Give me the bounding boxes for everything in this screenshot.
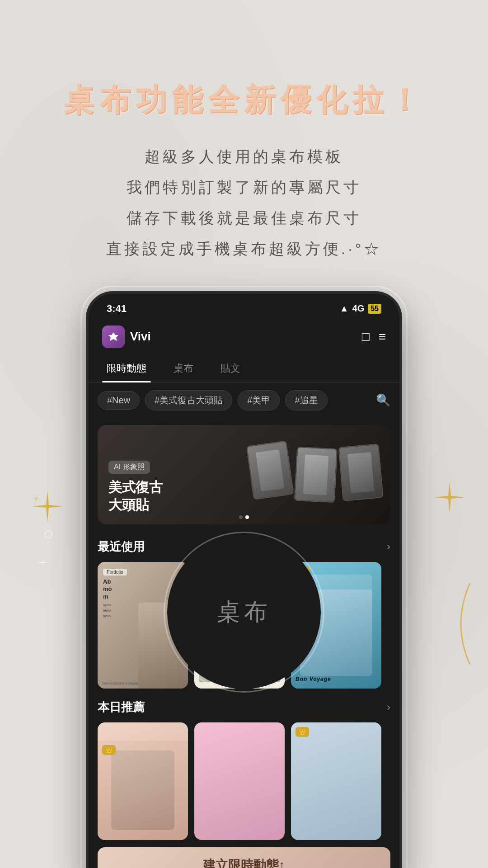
overlay-circle-border (164, 532, 324, 693)
banner-title: 美式復古大頭貼 (108, 478, 163, 514)
banner-dots (239, 515, 249, 519)
banner-badge: AI 形象照 (108, 461, 150, 474)
subtitle-line-4: 直接設定成手機桌布超級方便.·°☆ (63, 233, 425, 264)
banner-text: AI 形象照 美式復古大頭貼 (108, 461, 163, 514)
today-card-1[interactable]: 👑 (98, 722, 188, 840)
hashtag-row: #New #美式復古大頭貼 #美甲 #追星 🔍 (89, 383, 399, 418)
bottom-banner-card[interactable]: 建立限時動態↑ (98, 847, 390, 868)
tab-posts[interactable]: 貼文 (216, 354, 245, 382)
today-more-button[interactable]: › (387, 701, 390, 713)
dots-decoration (43, 529, 54, 542)
today-header: 本日推薦 › (98, 699, 390, 715)
signal-type: 4G (352, 303, 365, 314)
status-right: ▲ 4G 55 (340, 303, 381, 314)
subtitle-block: 超級多人使用的桌布模板 我們特別訂製了新的專屬尺寸 儲存下載後就是最佳桌布尺寸 … (63, 141, 425, 264)
photo-cards (250, 448, 390, 502)
sparkle-left-icon (29, 488, 66, 526)
phone-mockup: 3:41 ▲ 4G 55 Vivi □ ≡ (86, 291, 402, 868)
tab-wallpaper[interactable]: 桌布 (169, 354, 198, 382)
page-container: 桌布功能全新優化拉！ 超級多人使用的桌布模板 我們特別訂製了新的專屬尺寸 儲存下… (0, 0, 488, 868)
title-section: 桌布功能全新優化拉！ 超級多人使用的桌布模板 我們特別訂製了新的專屬尺寸 儲存下… (63, 81, 425, 264)
banner-section: AI 形象照 美式復古大頭貼 (89, 418, 399, 532)
photo-card-1 (246, 440, 294, 500)
today-section: 本日推薦 › 👑 (89, 696, 399, 847)
overlay-circle: 桌布 (167, 535, 321, 689)
battery-badge: 55 (368, 304, 381, 314)
bottom-banner: 建立限時動態↑ (89, 847, 399, 868)
banner-dot-1 (239, 515, 243, 519)
sparkle-small-left-icon (36, 556, 50, 571)
today-cards-row: 👑 👑 (98, 722, 390, 840)
hashtag-idol[interactable]: #追星 (285, 390, 327, 410)
subtitle-line-2: 我們特別訂製了新的專屬尺寸 (63, 172, 425, 203)
main-title: 桌布功能全新優化拉！ (63, 81, 425, 118)
photo-card-3 (338, 443, 384, 501)
today-card-3[interactable]: 👑 (291, 722, 381, 840)
tab-bar: 限時動態 桌布 貼文 (89, 354, 399, 383)
status-time: 3:41 (107, 303, 127, 315)
header-icons: □ ≡ (362, 330, 386, 344)
menu-icon[interactable]: ≡ (379, 330, 386, 344)
hashtag-retro[interactable]: #美式復古大頭貼 (145, 390, 232, 410)
tab-stories[interactable]: 限時動態 (102, 354, 151, 382)
app-logo (102, 326, 125, 348)
svg-point-0 (45, 531, 52, 538)
recent-title: 最近使用 (98, 539, 145, 555)
banner-dot-2 (245, 515, 249, 519)
hashtag-nail[interactable]: #美甲 (238, 390, 280, 410)
app-header: Vivi □ ≡ (89, 319, 399, 354)
status-bar: 3:41 ▲ 4G 55 (89, 294, 399, 319)
subtitle-line-3: 儲存下載後就是最佳桌布尺寸 (63, 203, 425, 233)
hashtag-new[interactable]: #New (98, 391, 140, 410)
photo-card-2 (294, 446, 338, 503)
recent-more-button[interactable]: › (387, 540, 390, 553)
today-card-2[interactable] (194, 722, 285, 840)
app-name: Vivi (130, 330, 357, 344)
curve-decoration-icon (447, 579, 474, 671)
subtitle-line-1: 超級多人使用的桌布模板 (63, 141, 425, 172)
bottom-banner-text: 建立限時動態↑ (203, 857, 285, 868)
search-button[interactable]: 🔍 (376, 393, 390, 407)
sparkle-right-icon (432, 479, 468, 517)
window-icon[interactable]: □ (362, 330, 370, 344)
signal-icon: ▲ (340, 303, 349, 314)
banner-card[interactable]: AI 形象照 美式復古大頭貼 (98, 425, 390, 524)
today-title: 本日推薦 (98, 699, 145, 715)
